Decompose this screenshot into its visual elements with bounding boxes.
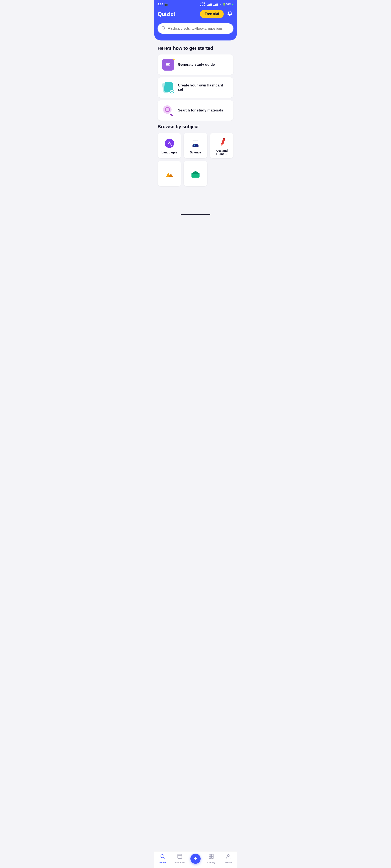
status-left: 4:26 📷 bbox=[157, 3, 168, 6]
app-logo: Quizlet bbox=[157, 11, 175, 18]
svg-point-9 bbox=[194, 145, 195, 146]
browse-title: Browse by subject bbox=[157, 124, 234, 129]
svg-rect-4 bbox=[166, 65, 170, 66]
svg-point-10 bbox=[196, 146, 197, 147]
sparkle-icon: ✦ bbox=[172, 58, 175, 61]
study-guide-card[interactable]: ✦ Generate study guide bbox=[157, 55, 234, 75]
subject-arts-card[interactable]: Arts and Huma... bbox=[210, 133, 234, 158]
signal-bars: ▂▄▆ bbox=[207, 3, 212, 6]
signal-bars-2: ▂▄▆ bbox=[213, 3, 218, 6]
wifi-icon: ≋ bbox=[219, 3, 221, 6]
svg-text:A: A bbox=[170, 143, 172, 146]
getting-started-title: Here's how to get started bbox=[157, 45, 234, 51]
search-materials-card[interactable]: Search for study materials bbox=[157, 100, 234, 121]
status-right: 4.16KB/s ▂▄▆ ▂▄▆ ≋ 🔋 58% ● bbox=[200, 2, 234, 7]
magnifier-handle-icon bbox=[170, 113, 173, 116]
arts-label: Arts and Huma... bbox=[212, 149, 232, 156]
magnifier-lens bbox=[165, 107, 170, 112]
study-guide-icon-wrap: ✦ bbox=[162, 58, 175, 71]
subjects-partial-row bbox=[157, 161, 234, 186]
search-section bbox=[154, 23, 237, 40]
subject-science-card[interactable]: Science bbox=[184, 133, 207, 158]
network-speed: 4.16KB/s bbox=[200, 2, 206, 7]
subject-languages-card[interactable]: ス A Languages bbox=[157, 133, 181, 158]
svg-marker-17 bbox=[191, 171, 200, 174]
time-display: 4:26 bbox=[157, 3, 163, 6]
study-guide-icon bbox=[165, 61, 172, 68]
science-icon bbox=[190, 138, 201, 149]
browse-section: Browse by subject ス A Languages bbox=[157, 124, 234, 186]
header-actions: Free trial bbox=[200, 10, 234, 18]
app-header: Quizlet Free trial bbox=[154, 8, 237, 23]
search-bar[interactable] bbox=[157, 23, 234, 34]
camera-icon: 📷 bbox=[164, 3, 168, 6]
home-indicator bbox=[181, 214, 210, 215]
study-guide-label: Generate study guide bbox=[178, 63, 215, 67]
subjects-grid: ス A Languages bbox=[157, 133, 234, 158]
subject-empty-cell bbox=[210, 161, 234, 178]
languages-icon: ス A bbox=[164, 138, 175, 149]
bell-icon bbox=[227, 10, 233, 16]
status-bar: 4:26 📷 4.16KB/s ▂▄▆ ▂▄▆ ≋ 🔋 58% ● bbox=[154, 0, 237, 8]
notification-bell-button[interactable] bbox=[226, 10, 234, 18]
flashcard-set-card[interactable]: + Create your own flashcard set bbox=[157, 78, 234, 98]
flashcard-plus-icon: + bbox=[170, 89, 174, 93]
search-materials-icon-wrap bbox=[162, 104, 175, 117]
battery-dot: ● bbox=[232, 3, 234, 5]
social-icon bbox=[191, 167, 200, 181]
arts-icon bbox=[216, 136, 227, 147]
nav-spacer bbox=[157, 186, 234, 208]
svg-rect-2 bbox=[166, 63, 170, 64]
magnifier-body bbox=[163, 105, 172, 114]
search-materials-label: Search for study materials bbox=[178, 108, 223, 113]
search-icon bbox=[161, 26, 166, 31]
getting-started-section: Here's how to get started ✦ Generate stu… bbox=[157, 45, 234, 121]
flashcard-icon-wrap: + bbox=[162, 81, 175, 94]
battery-display: 🔋 58% bbox=[223, 3, 231, 6]
svg-line-1 bbox=[164, 29, 165, 30]
svg-rect-3 bbox=[166, 64, 170, 65]
free-trial-button[interactable]: Free trial bbox=[200, 10, 224, 18]
subject-math-card[interactable] bbox=[157, 161, 181, 186]
languages-label: Languages bbox=[161, 151, 177, 154]
main-content: Here's how to get started ✦ Generate stu… bbox=[154, 40, 237, 213]
math-icon bbox=[164, 167, 174, 181]
science-label: Science bbox=[190, 151, 201, 154]
search-input[interactable] bbox=[168, 27, 230, 31]
flashcard-set-label: Create your own flashcard set bbox=[178, 83, 229, 92]
subject-social-card[interactable] bbox=[184, 161, 207, 186]
